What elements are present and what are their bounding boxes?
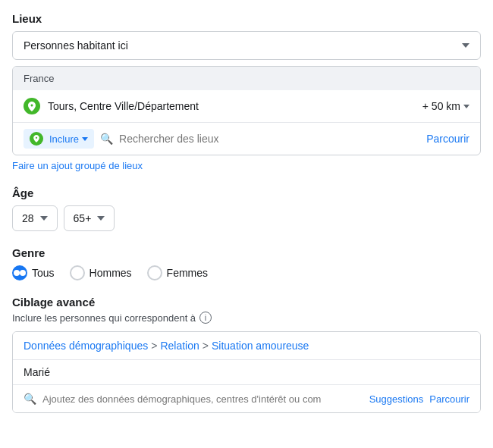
age-min-dropdown[interactable]: 28 — [12, 205, 58, 231]
location-box: France Tours, Centre Ville/Département +… — [12, 66, 481, 155]
lieux-dropdown-value: Personnes habitant ici — [24, 39, 462, 52]
ciblage-section: Ciblage avancé Inclure les personnes qui… — [12, 296, 481, 413]
breadcrumb-sep2: > — [203, 340, 209, 352]
include-row: Inclure 🔍 Parcourir — [13, 122, 480, 155]
info-icon[interactable]: i — [199, 312, 212, 324]
breadcrumb-part2[interactable]: Relation — [160, 340, 199, 352]
breadcrumb-box: Données démographiques > Relation > Situ… — [12, 331, 481, 413]
breadcrumb-sep1: > — [151, 340, 157, 352]
ciblage-parcourir-button[interactable]: Parcourir — [429, 393, 469, 405]
age-min-value: 28 — [22, 212, 34, 224]
lieux-section: Lieux Personnes habitant ici France Tour… — [12, 12, 481, 171]
radio-tous-label: Tous — [32, 267, 55, 279]
radio-femmes-circle — [147, 265, 162, 280]
location-name: Tours, Centre Ville/Département — [48, 100, 415, 112]
age-section: Âge 28 65+ — [12, 186, 481, 231]
location-pin-icon — [24, 98, 40, 114]
km-selector[interactable]: + 50 km — [422, 100, 469, 112]
location-search-input[interactable] — [119, 133, 420, 145]
lieux-label: Lieux — [12, 12, 481, 25]
pin-svg — [28, 102, 36, 111]
genre-section: Genre Tous Hommes Femmes — [12, 246, 481, 280]
lieux-dropdown-arrow-icon — [462, 43, 469, 48]
breadcrumb-part1[interactable]: Données démographiques — [24, 340, 148, 352]
search-bottom-row: 🔍 Suggestions Parcourir — [13, 385, 480, 412]
breadcrumb-row: Données démographiques > Relation > Situ… — [13, 332, 480, 360]
age-max-dropdown[interactable]: 65+ — [64, 205, 115, 231]
search-icon: 🔍 — [100, 133, 113, 145]
age-label: Âge — [12, 186, 481, 199]
breadcrumb-part3[interactable]: Situation amoureuse — [212, 340, 309, 352]
bottom-search-icon: 🔍 — [24, 393, 36, 405]
km-arrow-icon — [463, 105, 469, 108]
radio-tous-dot — [14, 270, 20, 276]
suggestions-button[interactable]: Suggestions — [369, 393, 424, 405]
location-item: Tours, Centre Ville/Département + 50 km — [13, 90, 480, 122]
location-country: France — [13, 67, 480, 90]
include-label: Inclure — [49, 133, 79, 145]
radio-hommes[interactable]: Hommes — [70, 265, 132, 280]
include-pin-svg — [33, 135, 39, 143]
include-button[interactable]: Inclure — [24, 129, 94, 149]
radio-femmes[interactable]: Femmes — [147, 265, 208, 280]
group-link[interactable]: Faire un ajout groupé de lieux — [12, 160, 481, 171]
age-max-arrow-icon — [97, 216, 105, 221]
radio-femmes-label: Femmes — [167, 267, 208, 279]
include-arrow-icon — [82, 137, 88, 141]
radio-hommes-circle — [70, 265, 85, 280]
genre-label: Genre — [12, 246, 481, 259]
km-value: + 50 km — [422, 100, 460, 112]
parcourir-link[interactable]: Parcourir — [426, 133, 469, 145]
include-pin-icon — [30, 132, 43, 146]
radio-hommes-label: Hommes — [89, 267, 132, 279]
ciblage-subtitle: Inclure les personnes qui correspondent … — [12, 312, 481, 324]
ciblage-search-input[interactable] — [42, 393, 363, 405]
radio-tous[interactable]: Tous — [12, 265, 55, 280]
ciblage-title: Ciblage avancé — [12, 296, 481, 309]
age-min-arrow-icon — [40, 216, 48, 221]
tag-value: Marié — [24, 366, 50, 378]
tag-item: Marié — [13, 360, 480, 385]
age-row: 28 65+ — [12, 205, 481, 231]
age-max-value: 65+ — [74, 212, 92, 224]
ciblage-subtitle-text: Inclure les personnes qui correspondent … — [12, 312, 196, 324]
radio-tous-circle — [12, 265, 27, 280]
radio-group: Tous Hommes Femmes — [12, 265, 481, 280]
breadcrumb-links: Données démographiques > Relation > Situ… — [24, 340, 469, 352]
lieux-dropdown[interactable]: Personnes habitant ici — [12, 31, 481, 60]
